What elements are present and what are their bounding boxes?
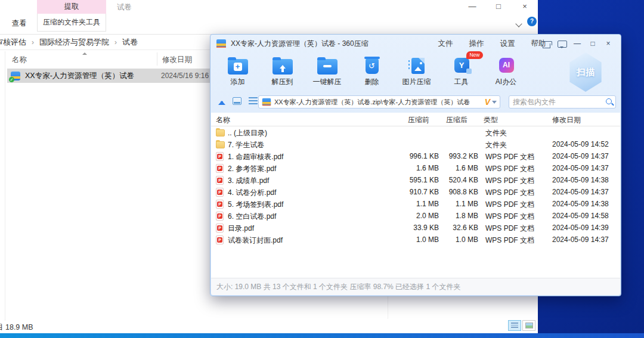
file-type-icon (216, 129, 225, 137)
nav-pane-divider (5, 51, 5, 321)
file-type-icon (216, 141, 225, 148)
file-type-icon (216, 164, 224, 173)
breadcrumb-item[interactable]: 国际经济与贸易学院 (39, 37, 109, 48)
file-name: XX专家-人力资源管理（英）试卷 (25, 71, 134, 81)
close-icon[interactable]: × (512, 0, 538, 13)
column-modified[interactable]: 修改日期 (552, 115, 581, 125)
archive-path: XX专家-人力资源管理（英）试卷.zip\专家-人力资源管理（英）试卷 (274, 98, 483, 107)
ribbon-tab-extract[interactable]: 提取 (37, 0, 106, 14)
extract-folder-icon (273, 57, 293, 75)
ribbon-tab-view[interactable]: 查看 (5, 15, 33, 31)
file-name: 2. 参考答案.pdf (228, 164, 276, 174)
file-type-icon (216, 152, 224, 161)
zip-address-row: XX专家-人力资源管理（英）试卷.zip\专家-人力资源管理（英）试卷 V (210, 94, 621, 110)
view-toggle-group (508, 320, 535, 331)
ai-office-label: AI办公 (496, 77, 516, 87)
file-date: 2024-05-09 14:37 (552, 188, 609, 196)
ai-office-button[interactable]: AI AI办公 (484, 52, 528, 93)
file-type: WPS PDF 文档 (485, 176, 534, 186)
column-header-modified[interactable]: 修改日期 (162, 55, 192, 65)
minimize-icon[interactable]: — (569, 35, 585, 52)
delete-button[interactable]: ↺ 删除 (349, 52, 394, 93)
column-size-after[interactable]: 压缩后 (446, 115, 467, 125)
list-view-icon[interactable] (249, 97, 258, 104)
thumbnail-view-button[interactable] (522, 320, 535, 331)
breadcrumb-item[interactable]: 试卷 (122, 37, 138, 48)
zip-toolbar: + 添加 解压到 一键解压 ↺ 删除 图片压缩 Y New 工具 AI A (215, 52, 621, 93)
add-label: 添加 (231, 77, 245, 87)
column-type[interactable]: 类型 (484, 115, 498, 125)
file-type: WPS PDF 文档 (485, 224, 534, 234)
menu-file[interactable]: 文件 (430, 35, 461, 52)
help-icon[interactable]: ? (527, 17, 537, 26)
file-name: 试卷装订封面.pdf (228, 235, 283, 246)
file-name: .. (上级目录) (228, 128, 267, 138)
search-box[interactable] (509, 95, 616, 108)
up-directory-icon[interactable] (218, 97, 225, 105)
zip-window-title: XX专家-人力资源管理（英）试卷 - 360压缩 (231, 39, 369, 49)
file-name: 目录.pdf (228, 224, 254, 234)
file-date: 2024-05-09 14:39 (552, 224, 609, 232)
one-click-extract-button[interactable]: 一键解压 (305, 52, 349, 93)
archive-list-panel: 名称 压缩前 压缩后 类型 修改日期 .. (上级目录) 文件夹 7. 学生试卷… (211, 113, 620, 278)
column-header-name[interactable]: 名称 (12, 55, 27, 65)
explorer-window-title: 试卷 (117, 2, 132, 13)
image-compress-button[interactable]: 图片压缩 (394, 52, 439, 93)
tools-button[interactable]: Y New 工具 (439, 52, 484, 93)
add-folder-icon: + (228, 57, 248, 75)
ai-icon: AI (496, 57, 516, 75)
menu-settings[interactable]: 设置 (492, 35, 523, 52)
archive-row[interactable]: 4. 试卷分析.pdf 910.7 KB 908.8 KB WPS PDF 文档… (211, 186, 620, 198)
archive-row[interactable]: 2. 参考答案.pdf 1.6 MB 1.6 MB WPS PDF 文档 202… (211, 162, 620, 174)
trash-icon: ↺ (362, 57, 382, 75)
feedback-icon[interactable] (554, 35, 569, 52)
menu-actions[interactable]: 操作 (461, 35, 492, 52)
archive-row[interactable]: 1. 命题审核表.pdf 996.1 KB 993.2 KB WPS PDF 文… (211, 150, 620, 162)
column-size-before[interactable]: 压缩前 (408, 115, 429, 125)
tools-label: 工具 (454, 77, 469, 87)
close-icon[interactable]: × (600, 35, 616, 52)
selected-file-row[interactable]: XX专家-人力资源管理（英）试卷 2024/5/16 9:16 (7, 69, 213, 83)
archive-row[interactable]: 试卷装订封面.pdf 1.0 MB 1.0 MB WPS PDF 文档 2024… (211, 234, 620, 246)
column-divider[interactable] (157, 52, 157, 66)
display-mode-icon[interactable] (233, 97, 242, 105)
archive-row[interactable]: 目录.pdf 33.9 KB 32.6 KB WPS PDF 文档 2024-0… (211, 222, 620, 234)
maximize-icon[interactable]: □ (485, 0, 512, 13)
search-icon[interactable] (605, 98, 612, 106)
maximize-icon[interactable]: □ (585, 35, 600, 52)
file-date: 2024-05-09 14:58 (552, 212, 609, 220)
file-type-icon (216, 200, 224, 209)
image-compress-label: 图片压缩 (402, 77, 431, 87)
minimize-icon[interactable]: — (459, 0, 485, 13)
skin-theme-icon[interactable] (538, 35, 554, 52)
360zip-window: XX专家-人力资源管理（英）试卷 - 360压缩 文件 操作 设置 帮助 — □… (210, 34, 621, 296)
status-partial-text: 目 (0, 323, 4, 331)
file-modified-date: 2024/5/16 9:16 (161, 72, 209, 80)
file-name: 1. 命题审核表.pdf (228, 152, 283, 162)
archive-row[interactable]: .. (上级目录) 文件夹 (211, 126, 620, 138)
archive-row[interactable]: 7. 学生试卷 文件夹 2024-05-09 14:52 (211, 138, 620, 150)
details-view-button[interactable] (508, 320, 521, 331)
breadcrumb-item[interactable]: 审核评估 (0, 37, 26, 48)
taskbar-strip (0, 333, 644, 338)
file-type: WPS PDF 文档 (485, 200, 534, 210)
ribbon-tab-compressed-tools[interactable]: 压缩的文件夹工具 (37, 14, 106, 32)
add-button[interactable]: + 添加 (215, 52, 260, 93)
archive-icon (216, 39, 226, 48)
extract-to-button[interactable]: 解压到 (260, 52, 305, 93)
chevron-down-icon[interactable] (492, 101, 497, 106)
search-input[interactable] (513, 98, 605, 106)
scan-button[interactable]: 扫描 (567, 52, 604, 92)
file-date: 2024-05-09 14:38 (552, 176, 609, 184)
archive-row[interactable]: 6. 空白试卷.pdf 2.0 MB 1.8 MB WPS PDF 文档 202… (211, 210, 620, 222)
file-name: 6. 空白试卷.pdf (228, 212, 276, 222)
ribbon-collapse-icon[interactable] (515, 20, 522, 27)
address-path-box[interactable]: XX专家-人力资源管理（英）试卷.zip\专家-人力资源管理（英）试卷 V (258, 95, 500, 108)
zip-window-controls: — □ × (538, 35, 616, 52)
archive-row[interactable]: 3. 成绩单.pdf 595.1 KB 520.4 KB WPS PDF 文档 … (211, 174, 620, 186)
archive-row[interactable]: 5. 考场签到表.pdf 1.1 MB 1.1 MB WPS PDF 文档 20… (211, 198, 620, 210)
file-name: 3. 成绩单.pdf (228, 176, 269, 186)
column-name[interactable]: 名称 (216, 115, 230, 125)
size-after: 520.4 KB (421, 176, 478, 184)
chevron-right-icon: › (114, 38, 117, 46)
